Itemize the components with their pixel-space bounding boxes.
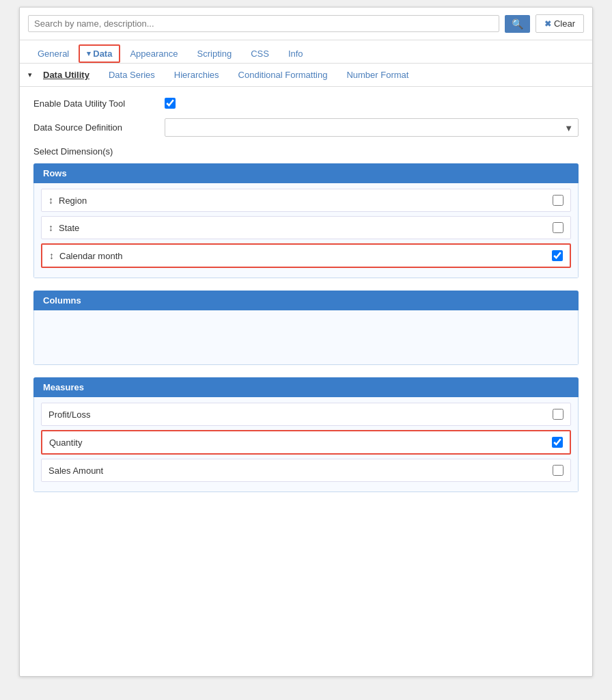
sub-tab-number-format[interactable]: Number Format [337, 67, 418, 83]
search-bar: 🔍 ✖ Clear [20, 8, 592, 40]
search-button[interactable]: 🔍 [505, 15, 530, 33]
measure-checkbox-quantity[interactable] [552, 437, 563, 448]
tab-css-label: CSS [251, 49, 269, 59]
data-source-row: Data Source Definition ▼ [33, 118, 579, 137]
rows-section-header: Rows [33, 163, 579, 183]
sub-tab-data-utility[interactable]: Data Utility [33, 67, 99, 83]
measure-name-quantity: Quantity [49, 438, 552, 448]
sort-icon-region: ↕ [48, 195, 53, 206]
search-input[interactable] [34, 18, 493, 29]
measures-section-body: Profit/Loss Quantity Sales Amount [33, 397, 579, 492]
clear-button[interactable]: ✖ Clear [536, 14, 584, 33]
main-panel: 🔍 ✖ Clear General ▾ Data Appearance Scri… [19, 7, 593, 677]
row-item-region: ↕ Region [41, 189, 571, 212]
search-input-wrapper [28, 15, 499, 32]
dim-checkbox-state[interactable] [553, 222, 564, 233]
sub-tab-data-series[interactable]: Data Series [99, 67, 165, 83]
tab-data-label: Data [93, 49, 112, 59]
columns-section-header: Columns [33, 291, 579, 310]
measure-item-sales-amount: Sales Amount [41, 459, 571, 482]
dim-checkbox-region[interactable] [553, 195, 564, 206]
measure-checkbox-profit-loss[interactable] [553, 409, 564, 420]
tab-general-label: General [38, 49, 69, 59]
enable-data-utility-checkbox[interactable] [165, 98, 176, 109]
measure-item-quantity: Quantity [41, 430, 571, 455]
dim-name-state: State [59, 223, 553, 233]
tab-css[interactable]: CSS [241, 44, 279, 63]
sub-tab-data-utility-label: Data Utility [43, 70, 89, 80]
measure-item-profit-loss: Profit/Loss [41, 403, 571, 426]
sub-tab-conditional-formatting-label: Conditional Formatting [238, 70, 328, 80]
enable-data-utility-label: Enable Data Utility Tool [33, 98, 156, 109]
tab-appearance-label: Appearance [130, 49, 178, 59]
dim-name-region: Region [59, 196, 553, 206]
dim-name-calendar-month: Calendar month [59, 251, 552, 261]
search-icon: 🔍 [512, 18, 523, 29]
content-area: Enable Data Utility Tool Data Source Def… [20, 87, 592, 515]
tab-general[interactable]: General [28, 44, 79, 63]
tab-info-label: Info [288, 49, 303, 59]
row-item-calendar-month: ↕ Calendar month [41, 243, 571, 268]
tab-scripting-label: Scripting [197, 49, 232, 59]
tabs-row2: ▾ Data Utility Data Series Hierarchies C… [20, 64, 592, 87]
tab-data-arrow-icon: ▾ [87, 49, 91, 58]
clear-label: Clear [554, 18, 575, 29]
sub-tab-arrow-icon: ▾ [28, 70, 32, 79]
rows-section: Rows ↕ Region ↕ State ↕ Calendar mon [33, 163, 579, 278]
data-source-select[interactable] [165, 118, 579, 137]
measure-name-sales-amount: Sales Amount [48, 466, 553, 476]
measures-section-header: Measures [33, 377, 579, 397]
tab-data[interactable]: ▾ Data [79, 44, 120, 63]
sub-tab-number-format-label: Number Format [346, 70, 408, 80]
columns-section-body [33, 310, 579, 365]
measures-section: Measures Profit/Loss Quantity Sales Amou… [33, 377, 579, 492]
tabs-row1: General ▾ Data Appearance Scripting CSS … [20, 40, 592, 64]
tab-appearance[interactable]: Appearance [120, 44, 187, 63]
measure-checkbox-sales-amount[interactable] [553, 465, 564, 476]
enable-data-utility-row: Enable Data Utility Tool [33, 98, 579, 109]
measure-name-profit-loss: Profit/Loss [48, 409, 553, 420]
select-dimensions-label: Select Dimension(s) [33, 146, 579, 157]
sub-tab-hierarchies-label: Hierarchies [174, 70, 219, 80]
row-item-state: ↕ State [41, 216, 571, 239]
tab-info[interactable]: Info [279, 44, 313, 63]
tab-scripting[interactable]: Scripting [188, 44, 242, 63]
columns-section: Columns [33, 291, 579, 365]
sub-tab-conditional-formatting[interactable]: Conditional Formatting [229, 67, 337, 83]
data-source-label: Data Source Definition [33, 122, 156, 133]
sort-icon-state: ↕ [48, 222, 53, 233]
rows-section-body: ↕ Region ↕ State ↕ Calendar month [33, 183, 579, 278]
sub-tab-data-series-label: Data Series [109, 70, 155, 80]
data-source-select-wrapper: ▼ [165, 118, 579, 137]
sub-tab-hierarchies[interactable]: Hierarchies [165, 67, 229, 83]
dim-checkbox-calendar-month[interactable] [552, 250, 563, 261]
clear-icon: ✖ [544, 19, 551, 29]
sort-icon-calendar-month: ↕ [49, 250, 54, 261]
